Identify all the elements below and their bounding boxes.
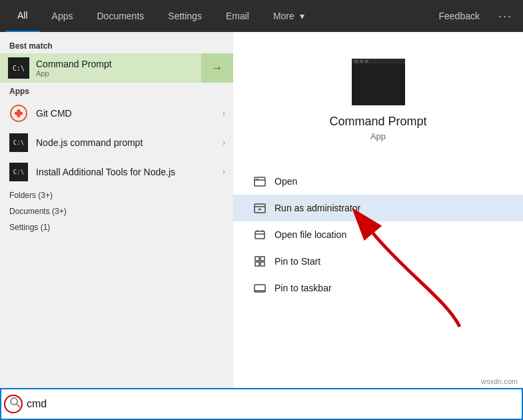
svg-rect-7	[255, 257, 259, 261]
tab-apps[interactable]: Apps	[40, 0, 85, 32]
settings-label[interactable]: Settings (1)	[0, 219, 233, 235]
svg-rect-6	[255, 231, 264, 239]
arrow-right-icon: →	[212, 62, 223, 74]
preview-title: Command Prompt	[329, 115, 426, 129]
action-list: Open Run as administrator	[233, 168, 523, 301]
feedback-button[interactable]: Feedback	[431, 0, 488, 32]
action-open-label: Open	[274, 176, 297, 187]
run-admin-icon	[253, 201, 266, 215]
tab-documents[interactable]: Documents	[85, 0, 156, 32]
folders-label[interactable]: Folders (3+)	[0, 187, 233, 203]
nodejs-prompt-name: Node.js command prompt	[36, 137, 223, 148]
cmd-icon-text: C:\	[13, 65, 25, 72]
main-container: Best match C:\ Command Prompt App → Apps	[0, 32, 523, 420]
action-run-admin-label: Run as administrator	[274, 203, 360, 213]
svg-rect-8	[261, 257, 264, 261]
top-navigation: All Apps Documents Settings Email More F…	[0, 0, 523, 32]
git-cmd-text: Git CMD	[36, 108, 223, 119]
preview-app-icon	[352, 59, 405, 105]
svg-rect-3	[255, 177, 265, 186]
action-pin-start[interactable]: Pin to Start	[233, 248, 523, 275]
tab-more[interactable]: More	[261, 0, 316, 32]
nodejs-tools-item[interactable]: C:\ Install Additional Tools for Node.js…	[0, 157, 233, 187]
nodejs-prompt-item[interactable]: C:\ Node.js command prompt ›	[0, 128, 233, 157]
git-cmd-icon	[8, 103, 29, 124]
search-circle-annotation	[4, 395, 23, 413]
left-panel: Best match C:\ Command Prompt App → Apps	[0, 32, 233, 420]
tab-all-label: All	[17, 10, 28, 21]
svg-rect-2	[15, 112, 23, 115]
right-panel: Command Prompt App Open	[233, 32, 523, 420]
preview-subtitle: App	[370, 131, 386, 141]
action-pin-taskbar-label: Pin to taskbar	[274, 283, 332, 293]
tab-apps-label: Apps	[52, 11, 73, 21]
tab-more-label: More	[273, 11, 294, 21]
cmd-app-icon: C:\	[8, 57, 29, 79]
nodejs-tools-name: Install Additional Tools for Node.js	[36, 167, 223, 177]
action-open-location[interactable]: Open file location	[233, 221, 523, 248]
nodejs-tools-arrow-icon: ›	[223, 167, 225, 177]
documents-label[interactable]: Documents (3+)	[0, 203, 233, 219]
search-bar	[0, 388, 523, 420]
feedback-label: Feedback	[439, 11, 480, 21]
tab-email[interactable]: Email	[214, 0, 261, 32]
best-match-arrow-button[interactable]: →	[201, 53, 233, 83]
git-cmd-arrow-icon: ›	[223, 109, 225, 118]
git-cmd-name: Git CMD	[36, 108, 223, 119]
git-cmd-item[interactable]: Git CMD ›	[0, 99, 233, 128]
tab-email-label: Email	[226, 11, 249, 21]
best-match-label: Best match	[0, 37, 233, 53]
more-options-button[interactable]: ···	[493, 0, 518, 32]
svg-rect-10	[261, 262, 264, 266]
action-run-admin[interactable]: Run as administrator	[233, 195, 523, 221]
dots-label: ···	[498, 9, 512, 23]
action-pin-start-label: Pin to Start	[274, 256, 320, 267]
svg-rect-9	[255, 262, 259, 266]
open-location-icon	[253, 228, 266, 241]
pin-start-icon	[253, 255, 266, 268]
tab-documents-label: Documents	[97, 11, 144, 21]
pin-taskbar-icon	[253, 281, 266, 295]
app-preview: Command Prompt App	[233, 45, 523, 168]
search-input[interactable]	[27, 398, 514, 410]
action-pin-taskbar[interactable]: Pin to taskbar	[233, 275, 523, 301]
nodejs-icon: C:\	[8, 132, 29, 153]
nodejs-tools-icon: C:\	[8, 161, 29, 183]
open-icon	[253, 175, 266, 188]
action-open[interactable]: Open	[233, 168, 523, 195]
best-match-item[interactable]: C:\ Command Prompt App →	[0, 53, 233, 83]
nodejs-prompt-arrow-icon: ›	[223, 138, 225, 147]
watermark: wsxdn.com	[481, 377, 518, 385]
nav-right-area: Feedback ···	[431, 0, 518, 32]
nodejs-prompt-text: Node.js command prompt	[36, 137, 223, 148]
nodejs-tools-text: Install Additional Tools for Node.js	[36, 167, 223, 177]
apps-section-label: Apps	[0, 83, 233, 99]
tab-settings-label: Settings	[168, 11, 202, 21]
tab-all[interactable]: All	[5, 0, 40, 32]
tab-settings[interactable]: Settings	[156, 0, 214, 32]
action-open-location-label: Open file location	[274, 229, 346, 240]
svg-rect-4	[257, 179, 259, 180]
chevron-down-icon	[297, 11, 304, 21]
